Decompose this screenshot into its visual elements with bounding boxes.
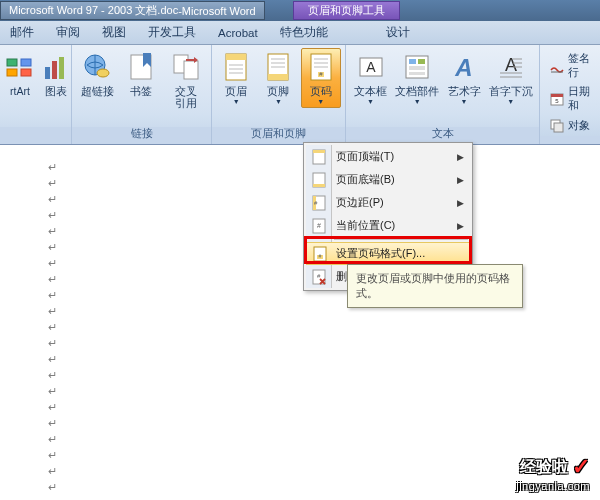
submenu-arrow-icon: ▶ <box>457 198 470 208</box>
page-margin-icon: # <box>311 195 327 211</box>
svg-text:#: # <box>319 253 322 259</box>
menu-bottom-of-page[interactable]: 页面底端(B)▶ <box>306 168 470 191</box>
smartart-icon <box>4 51 36 83</box>
header-button[interactable]: 页眉 ▼ <box>216 48 256 108</box>
format-number-icon: # <box>312 246 328 262</box>
submenu-arrow-icon: ▶ <box>457 221 470 231</box>
bookmark-icon <box>125 51 157 83</box>
page-number-icon: # <box>305 51 337 83</box>
doc-name: Microsoft Word 97 - 2003 文档.doc <box>9 3 178 18</box>
wordart-icon: A <box>448 51 480 83</box>
tab-special[interactable]: 特色功能 <box>280 25 328 40</box>
svg-rect-49 <box>313 150 325 153</box>
dropcap-button[interactable]: A 首字下沉 ▼ <box>487 48 535 108</box>
svg-rect-44 <box>551 94 563 97</box>
footer-button[interactable]: 页脚 ▼ <box>258 48 298 108</box>
hyperlink-button[interactable]: 超链接 <box>76 48 118 100</box>
submenu-arrow-icon: ▶ <box>457 152 470 162</box>
svg-rect-47 <box>554 123 563 132</box>
bookmark-button[interactable]: 书签 <box>120 48 162 100</box>
chevron-down-icon: ▼ <box>367 98 374 105</box>
svg-rect-18 <box>268 74 288 80</box>
group-illustrations: rtArt 图表 <box>0 45 72 144</box>
remove-number-icon: # <box>311 269 327 285</box>
signature-line-button[interactable]: 签名行 <box>544 50 596 82</box>
tab-developer[interactable]: 开发工具 <box>148 25 196 40</box>
document-title: Microsoft Word 97 - 2003 文档.doc - Micros… <box>0 1 265 20</box>
svg-rect-51 <box>313 184 325 187</box>
dropcap-icon: A <box>495 51 527 83</box>
app-name: Microsoft Word <box>182 5 256 17</box>
object-button[interactable]: 对象 <box>544 116 596 136</box>
chevron-down-icon: ▼ <box>233 98 240 105</box>
chart-icon <box>40 51 72 83</box>
footer-icon <box>262 51 294 83</box>
svg-rect-13 <box>226 54 246 60</box>
svg-rect-1 <box>21 59 31 66</box>
textbox-button[interactable]: A 文本框 ▼ <box>350 48 391 108</box>
menu-top-of-page[interactable]: 页面顶端(T)▶ <box>306 145 470 168</box>
page-top-icon <box>311 149 327 165</box>
svg-rect-4 <box>45 67 50 79</box>
submenu-arrow-icon: ▶ <box>457 175 470 185</box>
menu-separator <box>334 239 468 240</box>
date-time-button[interactable]: 5日期和 <box>544 83 596 115</box>
watermark-url: jingyanla.com <box>516 480 590 492</box>
svg-text:A: A <box>366 59 376 75</box>
header-icon <box>220 51 252 83</box>
group-text: A 文本框 ▼ 文档部件 ▼ A 艺术字 ▼ A 首字下沉 ▼ 文本 <box>346 45 540 144</box>
ribbon-tabstrip: 邮件 审阅 视图 开发工具 Acrobat 特色功能 设计 <box>0 21 600 45</box>
tab-review[interactable]: 审阅 <box>56 25 80 40</box>
chevron-down-icon: ▼ <box>317 98 324 105</box>
crossref-icon <box>170 51 202 83</box>
svg-text:A: A <box>454 54 472 81</box>
tab-acrobat[interactable]: Acrobat <box>218 27 258 39</box>
svg-rect-34 <box>409 72 425 75</box>
tab-design[interactable]: 设计 <box>386 25 410 40</box>
textbox-icon: A <box>355 51 387 83</box>
svg-rect-32 <box>418 59 425 64</box>
smartart-button[interactable]: rtArt <box>4 48 36 100</box>
tab-view[interactable]: 视图 <box>102 25 126 40</box>
chevron-down-icon: ▼ <box>275 98 282 105</box>
svg-rect-31 <box>409 59 416 64</box>
svg-rect-11 <box>184 61 198 79</box>
menu-page-margins[interactable]: # 页边距(P)▶ <box>306 191 470 214</box>
check-icon: ✓ <box>572 454 590 480</box>
group-header-footer: 页眉 ▼ 页脚 ▼ # 页码 ▼ 页眉和页脚 <box>212 45 346 144</box>
group-text2: 签名行 5日期和 对象 <box>540 45 600 144</box>
crossref-button[interactable]: 交叉 引用 <box>165 48 207 112</box>
group-links: 超链接 书签 交叉 引用 链接 <box>72 45 212 144</box>
menu-format-page-numbers[interactable]: # 设置页码格式(F)... <box>306 242 470 265</box>
chevron-down-icon: ▼ <box>461 98 468 105</box>
wordart-button[interactable]: A 艺术字 ▼ <box>444 48 485 108</box>
chevron-down-icon: ▼ <box>507 98 514 105</box>
svg-point-8 <box>97 69 109 77</box>
signature-icon <box>549 58 565 74</box>
svg-rect-5 <box>52 61 57 79</box>
ribbon: rtArt 图表 超链接 书签 交叉 引用 链接 <box>0 45 600 145</box>
quick-parts-icon <box>401 51 433 83</box>
svg-text:#: # <box>317 222 321 229</box>
titlebar: Microsoft Word 97 - 2003 文档.doc - Micros… <box>0 0 600 21</box>
object-icon <box>549 118 565 134</box>
watermark: 经验啦 ✓ jingyanla.com <box>516 454 590 492</box>
page-number-button[interactable]: # 页码 ▼ <box>301 48 341 108</box>
tooltip: 更改页眉或页脚中使用的页码格式。 <box>347 264 523 308</box>
svg-rect-6 <box>59 57 64 79</box>
menu-current-position[interactable]: # 当前位置(C)▶ <box>306 214 470 237</box>
svg-rect-33 <box>409 66 425 70</box>
tab-mail[interactable]: 邮件 <box>10 25 34 40</box>
svg-text:A: A <box>505 55 517 75</box>
svg-rect-2 <box>7 69 17 76</box>
chevron-down-icon: ▼ <box>414 98 421 105</box>
quick-parts-button[interactable]: 文档部件 ▼ <box>393 48 441 108</box>
current-position-icon: # <box>311 218 327 234</box>
svg-rect-0 <box>7 59 17 66</box>
svg-rect-3 <box>21 69 31 76</box>
calendar-icon: 5 <box>549 91 565 107</box>
globe-link-icon <box>81 51 113 83</box>
watermark-text: 经验啦 <box>520 457 568 478</box>
document-body[interactable]: ↵ ↵ ↵ ↵ ↵ ↵ ↵ ↵ ↵ ↵ ↵ ↵ ↵ ↵ ↵ ↵ ↵ ↵ ↵ ↵ … <box>0 145 600 500</box>
chart-button[interactable]: 图表 <box>38 48 74 100</box>
